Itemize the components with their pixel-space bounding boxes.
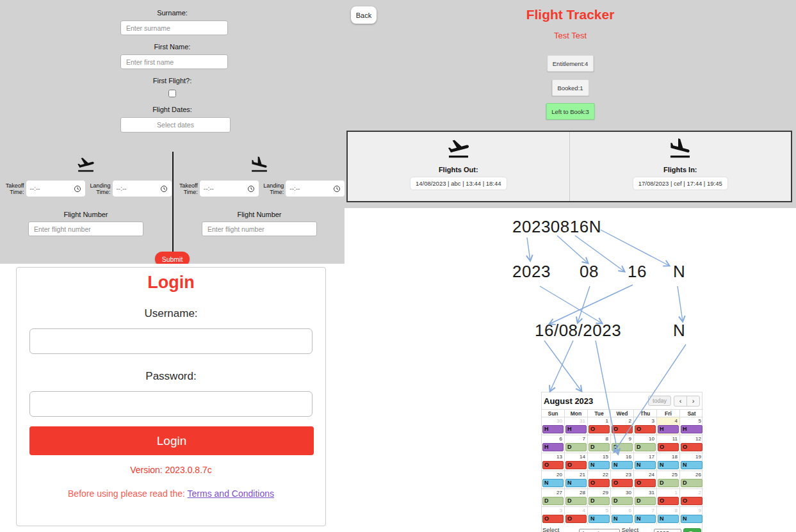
calendar-day-cell[interactable]: 15N: [588, 453, 611, 471]
inbound-landing-time-input[interactable]: --:--: [286, 181, 345, 197]
calendar-day-cell[interactable]: 6H: [542, 435, 565, 453]
calendar-day-cell[interactable]: 26D: [680, 471, 703, 488]
calendar-event[interactable]: N: [589, 515, 610, 523]
calendar-event[interactable]: N: [658, 461, 679, 469]
next-month-button[interactable]: ›: [686, 396, 700, 407]
year-select[interactable]: 2023▼: [654, 529, 681, 532]
calendar-event[interactable]: D: [589, 497, 610, 505]
month-select[interactable]: August▼: [579, 529, 620, 532]
calendar-event[interactable]: D: [565, 443, 587, 451]
calendar-event[interactable]: H: [565, 425, 587, 433]
calendar-event[interactable]: N: [658, 515, 679, 523]
calendar-day-cell[interactable]: 17N: [634, 453, 657, 471]
calendar-event[interactable]: O: [681, 443, 703, 451]
calendar-event[interactable]: O: [542, 461, 564, 469]
calendar-event[interactable]: O: [658, 443, 679, 451]
calendar-day-cell[interactable]: 2O: [680, 488, 703, 506]
calendar-day-cell[interactable]: 21N: [565, 471, 588, 488]
calendar-event[interactable]: D: [612, 443, 633, 451]
calendar-day-cell[interactable]: 4H: [657, 417, 680, 435]
password-input[interactable]: [29, 391, 313, 417]
calendar-event[interactable]: H: [681, 425, 703, 433]
calendar-day-cell[interactable]: 6N: [611, 506, 634, 524]
calendar-day-cell[interactable]: 23O: [611, 471, 634, 488]
calendar-day-cell[interactable]: 20N: [542, 471, 565, 488]
calendar-day-cell[interactable]: 8D: [588, 435, 611, 453]
calendar-event[interactable]: O: [565, 461, 587, 469]
calendar-day-cell[interactable]: 25D: [657, 471, 680, 488]
calendar-event[interactable]: D: [542, 497, 564, 505]
calendar-event[interactable]: N: [565, 479, 587, 487]
calendar-event[interactable]: N: [635, 461, 656, 469]
calendar-event[interactable]: O: [542, 515, 564, 523]
calendar-event[interactable]: N: [589, 461, 610, 469]
calendar-day-cell[interactable]: 31H: [565, 417, 588, 435]
outbound-flight-number-input[interactable]: [28, 222, 143, 236]
calendar-event[interactable]: H: [658, 425, 679, 433]
prev-month-button[interactable]: ‹: [674, 396, 687, 407]
calendar-event[interactable]: N: [681, 461, 703, 469]
today-button[interactable]: today: [648, 396, 671, 406]
calendar-day-cell[interactable]: 1O: [588, 417, 611, 435]
calendar-day-cell[interactable]: 4O: [565, 506, 588, 524]
calendar-event[interactable]: N: [612, 515, 633, 523]
flight-in-entry[interactable]: 17/08/2023 | cef | 17:44 | 19:45: [633, 177, 727, 189]
calendar-event[interactable]: O: [612, 479, 633, 487]
calendar-day-cell[interactable]: 28D: [565, 488, 588, 506]
calendar-event[interactable]: N: [635, 515, 656, 523]
calendar-event[interactable]: H: [542, 443, 564, 451]
calendar-event[interactable]: D: [565, 497, 587, 505]
calendar-event[interactable]: O: [635, 425, 656, 433]
calendar-day-cell[interactable]: 7N: [634, 506, 657, 524]
calendar-day-cell[interactable]: 2O: [611, 417, 634, 435]
calendar-day-cell[interactable]: 29D: [588, 488, 611, 506]
calendar-event[interactable]: O: [565, 515, 587, 523]
calendar-day-cell[interactable]: 11O: [657, 435, 680, 453]
calendar-event[interactable]: N: [681, 515, 703, 523]
calendar-day-cell[interactable]: 16N: [611, 453, 634, 471]
surname-input[interactable]: [120, 20, 228, 35]
calendar-event[interactable]: O: [589, 479, 610, 487]
calendar-event[interactable]: N: [612, 461, 633, 469]
first-flight-checkbox[interactable]: [168, 90, 176, 97]
calendar-day-cell[interactable]: 30H: [542, 417, 565, 435]
calendar-event[interactable]: D: [681, 479, 703, 487]
calendar-day-cell[interactable]: 12O: [680, 435, 703, 453]
calendar-day-cell[interactable]: 3O: [634, 417, 657, 435]
calendar-event[interactable]: D: [635, 497, 656, 505]
calendar-day-cell[interactable]: 27D: [542, 488, 565, 506]
calendar-day-cell[interactable]: 9D: [611, 435, 634, 453]
calendar-day-cell[interactable]: 5N: [588, 506, 611, 524]
calendar-event[interactable]: O: [589, 425, 610, 433]
inbound-takeoff-time-input[interactable]: --:--: [200, 181, 259, 197]
outbound-takeoff-time-input[interactable]: --:--: [26, 181, 85, 197]
calendar-event[interactable]: O: [681, 497, 703, 505]
flight-dates-input[interactable]: [120, 117, 231, 133]
flight-out-entry[interactable]: 14/08/2023 | abc | 13:44 | 18:44: [410, 177, 507, 189]
calendar-day-cell[interactable]: 14O: [565, 453, 588, 471]
calendar-day-cell[interactable]: 10D: [634, 435, 657, 453]
calendar-event[interactable]: O: [612, 425, 633, 433]
go-button[interactable]: Go: [683, 528, 701, 532]
calendar-day-cell[interactable]: 8N: [657, 506, 680, 524]
inbound-flight-number-input[interactable]: [202, 222, 317, 236]
login-button[interactable]: Login: [29, 426, 314, 455]
calendar-event[interactable]: D: [612, 497, 633, 505]
calendar-day-cell[interactable]: 5H: [680, 417, 703, 435]
calendar-day-cell[interactable]: 7D: [565, 435, 588, 453]
calendar-event[interactable]: H: [542, 425, 564, 433]
calendar-event[interactable]: O: [635, 479, 656, 487]
terms-and-conditions-link[interactable]: Terms and Conditions: [188, 488, 274, 499]
calendar-day-cell[interactable]: 24O: [634, 471, 657, 488]
calendar-day-cell[interactable]: 31D: [634, 488, 657, 506]
calendar-day-cell[interactable]: 9N: [680, 506, 703, 524]
calendar-event[interactable]: D: [635, 443, 656, 451]
calendar-day-cell[interactable]: 3O: [542, 506, 565, 524]
first-name-input[interactable]: [120, 54, 228, 69]
calendar-day-cell[interactable]: 1O: [657, 488, 680, 506]
calendar-day-cell[interactable]: 30D: [611, 488, 634, 506]
outbound-landing-time-input[interactable]: --:--: [113, 181, 172, 197]
username-input[interactable]: [29, 328, 313, 354]
calendar-event[interactable]: N: [542, 479, 564, 487]
calendar-event[interactable]: D: [589, 443, 610, 451]
